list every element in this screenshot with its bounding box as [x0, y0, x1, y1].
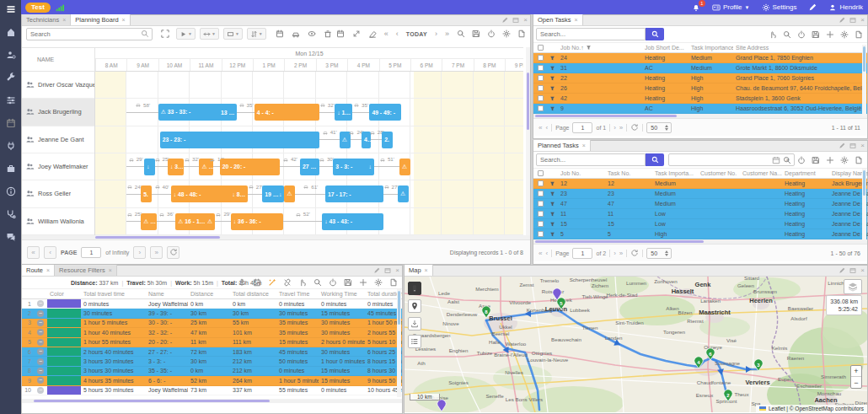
profile-menu[interactable]: Profile ▼: [712, 3, 750, 12]
close-icon[interactable]: ×: [122, 17, 126, 23]
column-header[interactable]: Customer Na...: [740, 169, 782, 178]
table-row[interactable]: 3−1 hour 5 minutes30 - 30: -25 km55 km35…: [22, 319, 402, 328]
table-row[interactable]: 10−5 hours 30 minutesJoey Waffelmaker73 …: [22, 386, 402, 395]
save-icon[interactable]: [812, 30, 820, 39]
next-page-button[interactable]: ›: [613, 124, 616, 132]
anchor-icon[interactable]: [238, 278, 246, 287]
user-menu[interactable]: Hendrik: [828, 3, 863, 12]
column-header[interactable]: Total distance: [230, 289, 276, 298]
page-input[interactable]: [81, 247, 101, 258]
table-row[interactable]: 6−2 hours 40 minutes27 - 27: -72 km183 k…: [22, 347, 402, 357]
link-broken-icon[interactable]: [283, 278, 292, 287]
column-header[interactable]: Job Short De...: [642, 43, 689, 52]
vertical-scrollbar[interactable]: [862, 45, 866, 116]
task-bar[interactable]: 23 - 23: -: [160, 132, 319, 148]
resource-row-name[interactable]: William Wallonia: [22, 208, 94, 235]
tab-open-tasks[interactable]: Open Tasks×: [533, 14, 583, 25]
row-checkbox[interactable]: [538, 180, 544, 186]
resize-icon[interactable]: [352, 30, 361, 38]
resource-row-name[interactable]: Joey Waffelmaker: [22, 153, 94, 180]
collapse-row-icon[interactable]: −: [37, 377, 44, 384]
map-download-button[interactable]: [408, 317, 421, 331]
eye-icon[interactable]: [308, 30, 316, 38]
task-bar[interactable]: ⚠: [399, 159, 410, 175]
map-canvas[interactable]: LedeAalstMerchtemAsseVilvoordeKortenberg…: [405, 277, 867, 412]
forward-button[interactable]: ›: [435, 30, 437, 38]
power-icon[interactable]: [797, 30, 806, 39]
resource-row-name[interactable]: Jack Brugerling: [22, 99, 94, 126]
column-header[interactable]: Job No.: [558, 169, 605, 178]
row-checkbox[interactable]: [538, 75, 544, 81]
hand-icon[interactable]: [298, 278, 307, 287]
tab-map[interactable]: Map×: [405, 265, 433, 276]
search-button[interactable]: [646, 28, 664, 40]
sidebar-item-plug[interactable]: [5, 140, 17, 152]
table-row[interactable]: 22HeatingHighGrand Place 1, 7060 Soignie…: [533, 73, 867, 83]
search-button[interactable]: [646, 153, 664, 166]
task-bar[interactable]: ⚠ …: [141, 213, 157, 230]
map-mobile-button[interactable]: [408, 282, 421, 295]
table-row[interactable]: 26HeatingHighChau. de Beaumont 97, 6440 …: [533, 83, 867, 94]
task-bar[interactable]: 4 - 4: -: [255, 104, 319, 121]
edit-panel-icon[interactable]: [373, 267, 380, 274]
first-page-button[interactable]: «: [27, 246, 40, 259]
report-icon[interactable]: [389, 278, 398, 287]
task-bar[interactable]: 17 - 17: -: [325, 185, 383, 202]
task-bar[interactable]: 49 - 49: -: [369, 104, 400, 121]
search-input[interactable]: [536, 153, 646, 166]
prev-page-button[interactable]: ‹: [44, 246, 56, 259]
prev-page-button[interactable]: ‹: [545, 124, 548, 132]
settings-button[interactable]: Settings: [762, 3, 797, 12]
report-icon[interactable]: [855, 156, 863, 164]
vertical-scrollbar[interactable]: [862, 169, 866, 240]
table-row[interactable]: 42HeatingHighStadsplein 1, 3600 Genk: [533, 94, 867, 104]
search-icon[interactable]: [783, 30, 791, 39]
table-row[interactable]: 4747MediumHeatingJeanne De Gant: [533, 199, 867, 209]
trash-icon[interactable]: [324, 30, 332, 38]
resource-row-name[interactable]: Jeanne De Gant: [22, 126, 94, 153]
column-header[interactable]: Name: [146, 289, 188, 298]
sidebar-item-hamburger[interactable]: [5, 3, 17, 15]
save-icon[interactable]: [812, 156, 820, 164]
zoom-in-button[interactable]: +: [851, 366, 861, 377]
table-row[interactable]: 8−3 hours 30 minutes35 - 35: -0 km212 km…: [22, 367, 402, 376]
column-header[interactable]: Total travel time: [81, 289, 146, 298]
task-bar[interactable]: ⚠ 33 - 33: -13 …: [158, 104, 238, 121]
table-row[interactable]: 1212MediumHeatingJack Brugerling: [533, 179, 867, 189]
wand-icon[interactable]: [268, 278, 276, 287]
table-row[interactable]: 2323MediumHeatingJeanne De Gant: [533, 189, 867, 199]
table-row[interactable]: 7−3 hours 30 minutes3 - 3: -30 km212 km5…: [22, 357, 402, 366]
plus-icon[interactable]: [826, 156, 834, 164]
arrows-h-dropdown[interactable]: ▼: [200, 28, 219, 40]
vertical-scrollbar[interactable]: [526, 47, 530, 235]
close-panel-icon[interactable]: ×: [860, 16, 865, 24]
rect-tool-dropdown[interactable]: ▼: [223, 28, 243, 40]
power-icon[interactable]: [329, 278, 337, 287]
close-icon[interactable]: ×: [46, 267, 50, 273]
close-icon[interactable]: ×: [109, 267, 112, 273]
column-header[interactable]: Site Address: [733, 43, 866, 52]
sidebar-item-wrench[interactable]: [5, 72, 17, 83]
row-checkbox[interactable]: [538, 231, 544, 237]
next-page-button[interactable]: ›: [613, 250, 616, 257]
date-filter-input[interactable]: ×: [668, 153, 795, 166]
row-checkbox[interactable]: [538, 201, 544, 207]
task-bar[interactable]: 2.: [382, 132, 393, 148]
window-icon[interactable]: [849, 17, 856, 24]
collapse-row-icon[interactable]: −: [37, 320, 44, 326]
last-page-button[interactable]: »: [150, 246, 163, 259]
row-checkbox[interactable]: [538, 85, 544, 91]
search-input[interactable]: [26, 28, 153, 40]
gear-icon[interactable]: [374, 278, 383, 287]
report-icon[interactable]: [517, 30, 526, 38]
window-icon[interactable]: [384, 267, 391, 274]
table-row[interactable]: 31ACMediumGrote Markt 1, 8600 Diksmuide: [533, 63, 867, 73]
gear-icon[interactable]: [840, 156, 849, 164]
calendar-icon[interactable]: [336, 30, 345, 38]
window-icon[interactable]: [512, 17, 519, 24]
task-bar[interactable]: ↓ 48 - 48: -↓ 8…: [171, 185, 249, 202]
page-size-input[interactable]: 50: [646, 122, 672, 133]
column-header[interactable]: Task Importance: [689, 43, 733, 52]
task-bar[interactable]: 3 - 3: -↓: [333, 159, 374, 175]
task-bar[interactable]: ⚠: [284, 185, 295, 202]
